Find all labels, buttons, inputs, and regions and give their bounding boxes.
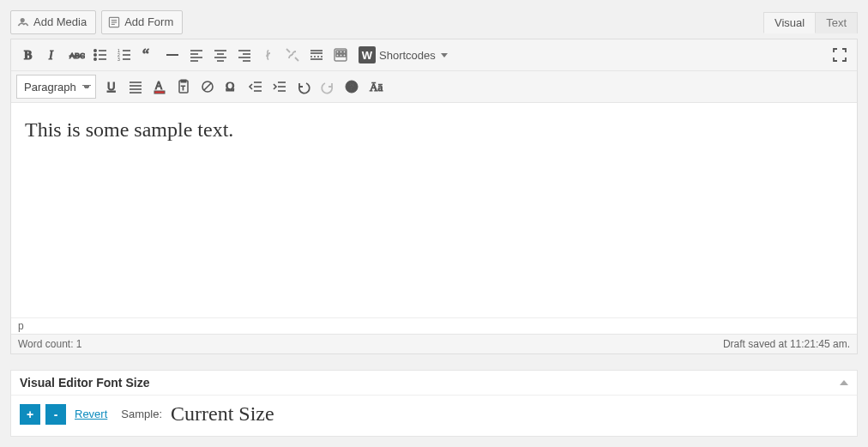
word-count-value: 1: [76, 338, 82, 350]
align-center-button[interactable]: [208, 43, 232, 67]
svg-rect-43: [343, 51, 346, 53]
insert-more-button[interactable]: [304, 43, 329, 67]
svg-rect-44: [336, 54, 339, 57]
word-count-label: Word count:: [18, 338, 73, 350]
justify-button[interactable]: [124, 75, 148, 99]
toolbar-toggle-button[interactable]: [329, 43, 353, 67]
toolbar-row-2: Paragraph U A T Ω ? Āā: [11, 71, 857, 103]
svg-rect-41: [336, 51, 339, 53]
font-increase-button[interactable]: +: [20, 404, 40, 425]
shortcodes-dropdown[interactable]: W Shortcodes: [353, 43, 454, 67]
font-revert-link[interactable]: Revert: [75, 408, 107, 420]
keyboard-shortcuts-button[interactable]: Āā: [364, 75, 388, 99]
text-color-button[interactable]: A: [148, 75, 172, 99]
svg-text:ABC: ABC: [69, 51, 85, 60]
font-size-panel: Visual Editor Font Size + - Revert Sampl…: [10, 370, 858, 437]
svg-text:U: U: [107, 80, 115, 93]
format-select[interactable]: Paragraph: [16, 75, 96, 99]
svg-text:3: 3: [118, 57, 120, 62]
add-form-button[interactable]: Add Form: [101, 10, 183, 34]
save-status: Draft saved at 11:21:45 am.: [723, 338, 850, 350]
strikethrough-button[interactable]: ABC: [64, 43, 88, 67]
svg-text:T: T: [181, 84, 185, 92]
shortcodes-label: Shortcodes: [379, 49, 436, 62]
svg-text:“: “: [142, 46, 149, 63]
undo-button[interactable]: [292, 75, 316, 99]
svg-line-35: [295, 57, 298, 61]
fullscreen-button[interactable]: [828, 43, 852, 67]
svg-rect-55: [181, 80, 186, 82]
svg-rect-42: [340, 51, 342, 53]
svg-text:Ω: Ω: [226, 81, 234, 94]
top-row: Add Media Add Form Visual Text: [10, 10, 858, 34]
align-right-button[interactable]: [232, 43, 256, 67]
unlink-button[interactable]: [280, 43, 304, 67]
tab-visual[interactable]: Visual: [763, 12, 816, 33]
font-size-panel-title: Visual Editor Font Size: [20, 376, 149, 390]
horizontal-rule-button[interactable]: [160, 43, 184, 67]
clear-formatting-button[interactable]: [196, 75, 220, 99]
editor-content[interactable]: This is some sample text.: [11, 103, 857, 317]
toolbar-row-1: B I ABC 123 “ W Shortcodes: [11, 39, 857, 71]
svg-point-10: [94, 54, 96, 56]
outdent-button[interactable]: [244, 75, 268, 99]
editor-frame: B I ABC 123 “ W Shortcodes Paragraph: [10, 39, 858, 354]
help-button[interactable]: ?: [340, 75, 364, 99]
numbered-list-button[interactable]: 123: [112, 43, 136, 67]
collapse-icon: [840, 380, 848, 385]
font-size-panel-header[interactable]: Visual Editor Font Size: [11, 371, 857, 396]
italic-button[interactable]: I: [40, 43, 64, 67]
form-icon: [107, 15, 121, 29]
status-bar: Word count: 1 Draft saved at 11:21:45 am…: [11, 334, 857, 353]
special-char-button[interactable]: Ω: [220, 75, 244, 99]
redo-button[interactable]: [316, 75, 340, 99]
svg-point-0: [21, 18, 25, 22]
align-left-button[interactable]: [184, 43, 208, 67]
bullet-list-button[interactable]: [88, 43, 112, 67]
svg-rect-45: [340, 54, 342, 57]
svg-line-34: [286, 49, 290, 52]
svg-text:?: ?: [350, 82, 355, 92]
svg-rect-46: [343, 54, 346, 57]
svg-point-8: [94, 50, 96, 51]
svg-point-12: [94, 58, 96, 60]
element-path[interactable]: p: [11, 317, 857, 334]
svg-text:I: I: [48, 49, 54, 62]
svg-rect-53: [154, 91, 165, 94]
sample-text: Current Size: [171, 402, 274, 426]
underline-button[interactable]: U: [99, 75, 124, 99]
media-icon: [16, 15, 30, 29]
tab-text[interactable]: Text: [815, 12, 858, 33]
sample-label: Sample:: [121, 408, 162, 420]
editor-tabs: Visual Text: [764, 12, 858, 33]
editor-app: Add Media Add Form Visual Text B I ABC 1…: [0, 0, 868, 447]
add-form-label: Add Form: [124, 14, 173, 31]
bold-button[interactable]: B: [16, 43, 40, 67]
link-button[interactable]: [256, 43, 280, 67]
font-decrease-button[interactable]: -: [45, 404, 66, 425]
chevron-down-icon: [441, 53, 448, 57]
add-media-label: Add Media: [33, 14, 87, 31]
font-size-panel-body: + - Revert Sample: Current Size: [11, 396, 857, 436]
paste-text-button[interactable]: T: [172, 75, 196, 99]
blockquote-button[interactable]: “: [136, 43, 160, 67]
media-buttons: Add Media Add Form: [10, 10, 183, 34]
svg-text:A: A: [155, 80, 162, 92]
svg-text:B: B: [24, 49, 32, 62]
add-media-button[interactable]: Add Media: [10, 10, 96, 34]
svg-line-58: [204, 83, 211, 90]
shortcodes-badge-icon: W: [359, 46, 376, 63]
indent-button[interactable]: [268, 75, 292, 99]
svg-text:Āā: Āā: [370, 81, 383, 94]
